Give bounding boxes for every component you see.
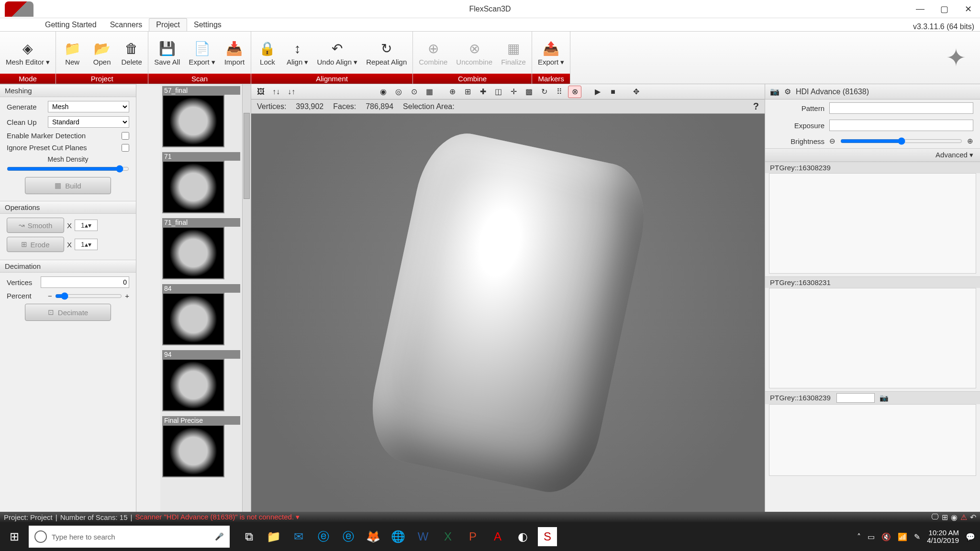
tray-undo-icon[interactable]: ↶ <box>970 513 976 522</box>
acrobat-icon[interactable]: A <box>488 527 507 546</box>
cam3-field[interactable] <box>836 393 875 403</box>
grid2-icon[interactable]: ⊞ <box>461 86 474 98</box>
scan-thumb[interactable]: 57_final <box>162 86 240 147</box>
shade-wire-icon[interactable]: ◎ <box>392 86 405 98</box>
ie-icon[interactable]: ⓔ <box>339 527 358 546</box>
move-icon[interactable]: ✥ <box>629 86 643 98</box>
start-button[interactable]: ⊞ <box>0 522 29 551</box>
ribbon-align-button[interactable]: ↕Align ▾ <box>283 38 312 67</box>
mesh-density-slider[interactable] <box>7 165 129 173</box>
ribbon-newbutton[interactable]: 📁New <box>58 38 87 67</box>
grid-icon[interactable]: ▦ <box>423 86 436 98</box>
tray-chevron-icon[interactable]: ˄ <box>857 532 861 541</box>
menu-getting-started[interactable]: Getting Started <box>38 19 103 31</box>
dots-icon[interactable]: ⠿ <box>553 86 566 98</box>
brightness-plus-icon[interactable]: ⊕ <box>967 137 973 145</box>
taskbar-search[interactable]: Type here to search 🎤 <box>29 526 230 548</box>
menu-scanners[interactable]: Scanners <box>103 19 149 31</box>
scan-thumb[interactable]: 71_final <box>162 218 240 279</box>
shade-points-icon[interactable]: ⊙ <box>407 86 421 98</box>
ribbon-repeat-alignbutton[interactable]: ↻Repeat Align <box>362 38 411 67</box>
viewport-3d[interactable] <box>251 114 765 512</box>
brightness-minus-icon[interactable]: ⊖ <box>829 137 835 145</box>
enable-marker-checkbox[interactable] <box>122 132 129 140</box>
build-button[interactable]: ▦Build <box>25 177 111 194</box>
sort-asc-icon[interactable]: ↑↓ <box>269 86 283 98</box>
tray-pen-icon[interactable]: ✎ <box>914 532 920 541</box>
minimize-button[interactable]: — <box>908 0 932 18</box>
decimate-button[interactable]: ⊡Decimate <box>25 304 111 321</box>
add-icon[interactable]: ✚ <box>476 86 490 98</box>
ignore-preset-checkbox[interactable] <box>122 144 129 152</box>
sort-desc-icon[interactable]: ↓↑ <box>285 86 298 98</box>
tray-icon-3[interactable]: ◉ <box>951 513 958 522</box>
maximize-button[interactable]: ▢ <box>932 0 956 18</box>
refresh-icon[interactable]: ↻ <box>537 86 551 98</box>
edge-icon[interactable]: ⓔ <box>314 527 333 546</box>
powerpoint-icon[interactable]: P <box>463 527 482 546</box>
firefox-icon[interactable]: 🦊 <box>364 527 383 546</box>
notifications-icon[interactable]: 💬 <box>966 532 975 541</box>
status-scanner-warning[interactable]: Scanner "HDI Advance (81638)" is not con… <box>135 513 300 521</box>
pattern-field[interactable] <box>829 102 973 114</box>
mic-icon[interactable]: 🎤 <box>215 532 224 541</box>
word-icon[interactable]: W <box>413 527 433 546</box>
scan-thumb[interactable]: Final Precise <box>162 416 240 477</box>
generate-select[interactable]: Mesh <box>48 101 129 112</box>
ribbon-openbutton[interactable]: 📂Open <box>88 38 116 67</box>
tray-volume-icon[interactable]: 🔇 <box>881 532 891 541</box>
ribbon-importbutton[interactable]: 📥Import <box>220 38 249 67</box>
ribbon-lockbutton[interactable]: 🔒Lock <box>253 38 282 67</box>
scan-thumb[interactable]: 94 <box>162 350 240 411</box>
tray-icon-1[interactable]: 🖵 <box>931 513 939 521</box>
view-image-icon[interactable]: 🖼 <box>254 86 267 98</box>
scan-thumb[interactable]: 71 <box>162 152 240 213</box>
tray-battery-icon[interactable]: ▭ <box>868 532 875 541</box>
menu-project[interactable]: Project <box>149 18 187 31</box>
cam3-photo-icon[interactable]: 📷 <box>880 394 889 402</box>
erode-button[interactable]: ⊞Erode <box>7 237 64 252</box>
stop-icon[interactable]: ■ <box>606 86 620 98</box>
erode-value[interactable]: 1 ▴▾ <box>75 239 98 250</box>
cleanup-select[interactable]: Standard <box>48 116 129 128</box>
thumb-scrollbar[interactable] <box>242 84 251 512</box>
decim-vertices-input[interactable] <box>41 276 129 288</box>
explorer-icon[interactable]: 📁 <box>264 527 283 546</box>
ribbon-export-button[interactable]: 📄Export ▾ <box>185 38 219 67</box>
ribbon-undo-align-button[interactable]: ↶Undo Align ▾ <box>313 38 361 67</box>
help-icon[interactable]: ? <box>753 101 759 112</box>
tray-warning-icon[interactable]: ⚠ <box>960 513 967 522</box>
taskview-icon[interactable]: ⧉ <box>239 527 258 546</box>
ribbon-export-button[interactable]: 📤Export ▾ <box>534 38 568 67</box>
advanced-toggle[interactable]: Advanced ▾ <box>765 148 980 162</box>
gear-icon[interactable]: ⚙ <box>784 87 791 96</box>
brightness-slider[interactable] <box>840 137 962 145</box>
flexscan-taskbar-icon[interactable]: S <box>538 527 557 546</box>
target-icon[interactable]: ⊗ <box>568 86 581 98</box>
box-icon[interactable]: ◫ <box>491 86 505 98</box>
smooth-value[interactable]: 1 ▴▾ <box>75 220 98 231</box>
mesh-object[interactable] <box>361 125 655 501</box>
ribbon-save-allbutton[interactable]: 💾Save All <box>150 38 184 67</box>
taskbar-clock[interactable]: 10:20 AM 4/10/2019 <box>927 529 959 545</box>
exposure-field[interactable] <box>829 120 973 131</box>
excel-icon[interactable]: X <box>438 527 457 546</box>
ribbon-deletebutton[interactable]: 🗑Delete <box>117 38 146 67</box>
camera-icon[interactable]: 📷 <box>770 87 780 96</box>
smooth-button[interactable]: ↝Smooth <box>7 218 64 233</box>
checker-icon[interactable]: ▩ <box>522 86 535 98</box>
shade-flat-icon[interactable]: ◉ <box>377 86 390 98</box>
tray-icon-2[interactable]: ⊞ <box>942 513 948 522</box>
app1-icon[interactable]: ◐ <box>513 527 532 546</box>
chrome-icon[interactable]: 🌐 <box>389 527 408 546</box>
ribbon-mesh-editor-button[interactable]: ◈Mesh Editor ▾ <box>2 38 54 67</box>
axis-icon[interactable]: ✛ <box>507 86 520 98</box>
pick-icon[interactable]: ⊕ <box>445 86 459 98</box>
tray-wifi-icon[interactable]: 📶 <box>898 532 907 541</box>
menu-settings[interactable]: Settings <box>187 19 228 31</box>
scan-thumb[interactable]: 84 <box>162 284 240 345</box>
outlook-icon[interactable]: ✉ <box>289 527 308 546</box>
decim-percent-slider[interactable] <box>55 292 122 300</box>
play-icon[interactable]: ▶ <box>591 86 604 98</box>
close-button[interactable]: ✕ <box>956 0 980 18</box>
